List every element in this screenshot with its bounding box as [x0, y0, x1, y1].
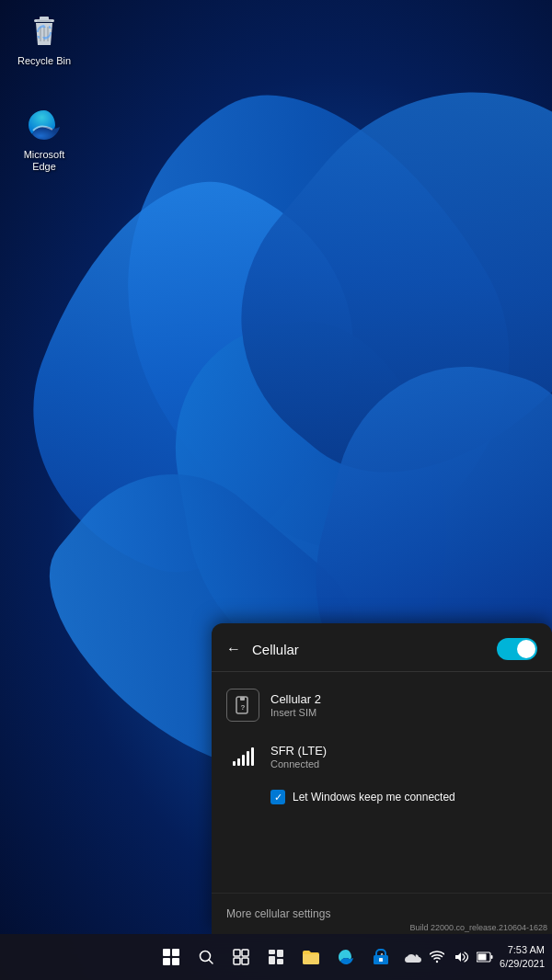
recycle-bin-icon[interactable]: Recycle Bin [7, 7, 81, 71]
taskbar-center [155, 940, 397, 974]
file-explorer-button[interactable] [294, 940, 328, 974]
svg-text:?: ? [241, 703, 246, 712]
clock-date: 6/29/2021 [500, 957, 545, 971]
svg-rect-7 [240, 697, 245, 701]
keep-connected-item[interactable]: Let Windows keep me connected [212, 782, 552, 812]
cellular-toggle[interactable] [497, 638, 537, 660]
network-list: ? Cellular 2 Insert SIM [212, 672, 552, 819]
svg-rect-11 [234, 950, 240, 956]
clock[interactable]: 7:53 AM 6/29/2021 [500, 943, 545, 972]
start-button[interactable] [155, 940, 188, 974]
cellular2-item[interactable]: ? Cellular 2 Insert SIM [212, 679, 552, 731]
sfr-name: SFR (LTE) [270, 744, 327, 759]
svg-rect-14 [242, 958, 248, 964]
cellular2-name: Cellular 2 [270, 692, 321, 708]
svg-rect-13 [234, 958, 240, 964]
svg-rect-18 [277, 959, 283, 964]
cellular-panel: ← Cellular ? Cellular 2 Insert SIM [212, 623, 552, 934]
cellular2-text: Cellular 2 Insert SIM [270, 692, 321, 719]
volume-icon[interactable] [452, 948, 470, 966]
svg-rect-1 [40, 17, 49, 20]
panel-header: ← Cellular [212, 623, 552, 672]
cellular2-status: Insert SIM [270, 707, 321, 718]
svg-point-21 [436, 961, 438, 963]
svg-rect-24 [478, 954, 487, 961]
edge-image [24, 105, 64, 145]
svg-rect-17 [269, 956, 275, 964]
svg-rect-23 [491, 955, 493, 959]
widgets-button[interactable] [259, 940, 293, 974]
sim-question-icon: ? [226, 689, 259, 722]
search-button[interactable] [190, 940, 223, 974]
sfr-lte-item[interactable]: SFR (LTE) Connected [212, 731, 552, 782]
signal-bars-icon [226, 740, 259, 773]
svg-rect-12 [242, 950, 248, 956]
more-settings-link[interactable]: More cellular settings [226, 907, 330, 920]
svg-rect-20 [379, 958, 383, 962]
task-view-button[interactable] [224, 940, 258, 974]
edge-taskbar-button[interactable] [329, 940, 362, 974]
microsoft-edge-icon[interactable]: Microsoft Edge [7, 101, 81, 177]
back-button[interactable]: ← [226, 641, 241, 657]
svg-rect-15 [269, 950, 275, 954]
recycle-bin-image [24, 11, 64, 51]
wifi-icon[interactable] [428, 948, 446, 966]
svg-rect-16 [277, 950, 283, 957]
windows-logo [163, 949, 179, 965]
clock-time: 7:53 AM [508, 943, 545, 957]
panel-title: Cellular [252, 642, 497, 657]
desktop: Recycle Bin [0, 0, 552, 980]
microsoft-store-button[interactable] [364, 940, 397, 974]
edge-label: Microsoft Edge [11, 149, 77, 173]
recycle-bin-label: Recycle Bin [17, 55, 71, 67]
sfr-status: Connected [270, 758, 327, 769]
sfr-text: SFR (LTE) Connected [270, 744, 327, 770]
battery-icon[interactable] [476, 948, 494, 966]
taskbar: ^ [0, 934, 552, 980]
svg-line-10 [209, 960, 213, 963]
panel-spacer [212, 819, 552, 893]
keep-connected-checkbox[interactable] [270, 790, 285, 804]
svg-rect-2 [37, 20, 52, 22]
onedrive-icon[interactable] [404, 948, 422, 966]
keep-connected-label: Let Windows keep me connected [293, 791, 455, 803]
build-info: Build 22000.co_release.210604-1628 [409, 923, 547, 932]
